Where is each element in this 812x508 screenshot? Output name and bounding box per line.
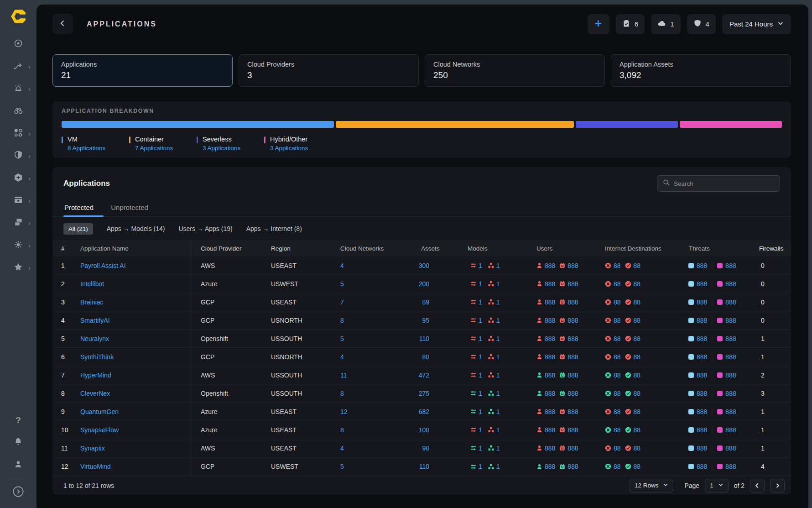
internet-blocked-pair[interactable]: 88 bbox=[605, 463, 621, 470]
models-flows-count[interactable]: 1 bbox=[479, 463, 482, 470]
legend-count-link[interactable]: 3 Applications bbox=[270, 145, 308, 152]
threats-secondary-count[interactable]: 888 bbox=[725, 317, 736, 324]
users-people-pair[interactable]: 888 bbox=[536, 317, 555, 324]
search-input[interactable] bbox=[674, 180, 774, 187]
models-flows-count[interactable]: 1 bbox=[479, 426, 482, 434]
models-flows-pair[interactable]: 1 bbox=[470, 426, 482, 434]
threats-primary-count[interactable]: 888 bbox=[697, 335, 707, 342]
internet-allowed-count[interactable]: 88 bbox=[634, 445, 641, 452]
internet-blocked-count[interactable]: 88 bbox=[614, 372, 621, 379]
internet-blocked-count[interactable]: 88 bbox=[614, 280, 621, 288]
threats-secondary-pair[interactable]: 888 bbox=[717, 408, 736, 415]
users-people-pair[interactable]: 888 bbox=[536, 372, 555, 379]
threats-secondary-count[interactable]: 888 bbox=[725, 426, 736, 434]
internet-blocked-count[interactable]: 88 bbox=[614, 408, 621, 415]
cloud-networks-link[interactable]: 5 bbox=[340, 280, 344, 288]
internet-blocked-pair[interactable]: 88 bbox=[605, 299, 621, 306]
table-row[interactable]: 5 Neuralynx Openshift USSOUTH 5 110 1 1 … bbox=[52, 330, 791, 348]
table-row[interactable]: 1 Payroll Assist AI AWS USEAST 4 300 1 1… bbox=[52, 257, 791, 275]
users-people-pair[interactable]: 888 bbox=[536, 299, 555, 306]
users-people-pair[interactable]: 888 bbox=[536, 445, 555, 452]
app-name-link[interactable]: VirtuoMind bbox=[80, 463, 111, 470]
models-flows-pair[interactable]: 1 bbox=[470, 463, 482, 470]
filter-apps-models-14-[interactable]: Apps → Models (14) bbox=[107, 223, 165, 235]
threats-primary-pair[interactable]: 888 bbox=[688, 262, 707, 269]
internet-blocked-pair[interactable]: 88 bbox=[605, 262, 621, 269]
models-cluster-count[interactable]: 1 bbox=[496, 299, 500, 306]
table-row[interactable]: 2 Intellibot Azure USWEST 5 200 1 1 888 … bbox=[52, 275, 791, 293]
tab-protected[interactable]: Protected bbox=[63, 200, 104, 216]
threats-primary-pair[interactable]: 888 bbox=[688, 426, 707, 434]
users-agents-count[interactable]: 888 bbox=[567, 299, 578, 306]
users-agents-pair[interactable]: 888 bbox=[559, 463, 578, 470]
internet-allowed-count[interactable]: 88 bbox=[634, 317, 641, 324]
models-flows-count[interactable]: 1 bbox=[479, 372, 482, 379]
users-agents-pair[interactable]: 888 bbox=[559, 262, 578, 269]
models-cluster-pair[interactable]: 1 bbox=[488, 390, 500, 397]
sidebar-item-route[interactable]: › bbox=[0, 55, 36, 78]
threats-secondary-pair[interactable]: 888 bbox=[717, 445, 736, 452]
threats-primary-count[interactable]: 888 bbox=[697, 317, 707, 324]
models-cluster-pair[interactable]: 1 bbox=[488, 445, 500, 452]
users-people-count[interactable]: 888 bbox=[545, 353, 555, 361]
internet-allowed-pair[interactable]: 88 bbox=[625, 353, 641, 361]
internet-blocked-count[interactable]: 88 bbox=[614, 463, 621, 470]
table-row[interactable]: 12 VirtuoMind GCP USWEST 5 110 1 1 888 8… bbox=[52, 457, 791, 476]
internet-allowed-pair[interactable]: 88 bbox=[625, 408, 641, 415]
threats-secondary-pair[interactable]: 888 bbox=[717, 353, 736, 361]
models-cluster-count[interactable]: 1 bbox=[496, 317, 500, 324]
tab-unprotected[interactable]: Unprotected bbox=[110, 200, 158, 216]
assets-link[interactable]: 89 bbox=[422, 299, 429, 306]
table-row[interactable]: 6 SynthiThink GCP USNORTH 4 80 1 1 888 8… bbox=[52, 348, 791, 366]
threats-primary-count[interactable]: 888 bbox=[697, 463, 707, 470]
models-flows-count[interactable]: 1 bbox=[479, 353, 482, 361]
internet-allowed-pair[interactable]: 88 bbox=[625, 335, 641, 342]
threats-secondary-count[interactable]: 888 bbox=[725, 408, 736, 415]
threats-primary-pair[interactable]: 888 bbox=[688, 353, 707, 361]
internet-allowed-count[interactable]: 88 bbox=[634, 353, 641, 361]
internet-allowed-pair[interactable]: 88 bbox=[625, 463, 641, 470]
internet-allowed-pair[interactable]: 88 bbox=[625, 390, 641, 397]
threats-primary-count[interactable]: 888 bbox=[697, 353, 707, 361]
app-name-link[interactable]: Payroll Assist AI bbox=[80, 262, 126, 269]
users-agents-count[interactable]: 888 bbox=[567, 390, 578, 397]
legend-count-link[interactable]: 3 Applications bbox=[203, 145, 240, 152]
threats-primary-pair[interactable]: 888 bbox=[688, 299, 707, 306]
time-range-dropdown[interactable]: Past 24 Hours bbox=[722, 14, 791, 34]
internet-blocked-pair[interactable]: 88 bbox=[605, 353, 621, 361]
app-name-link[interactable]: Brainiac bbox=[80, 299, 104, 306]
threats-secondary-pair[interactable]: 888 bbox=[717, 335, 736, 342]
users-people-count[interactable]: 888 bbox=[545, 299, 555, 306]
sidebar-item-help[interactable]: ? bbox=[0, 409, 36, 431]
users-people-count[interactable]: 888 bbox=[545, 390, 555, 397]
table-row[interactable]: 7 HyperMind AWS USSOUTH 11 472 1 1 888 8… bbox=[52, 366, 791, 384]
brand-logo[interactable] bbox=[0, 0, 36, 33]
users-people-count[interactable]: 888 bbox=[545, 445, 555, 452]
next-page-button[interactable] bbox=[770, 479, 785, 492]
sidebar-item-discover[interactable] bbox=[0, 100, 36, 122]
legend-count-link[interactable]: 7 Applications bbox=[135, 145, 173, 152]
internet-allowed-pair[interactable]: 88 bbox=[625, 426, 641, 434]
cloud-networks-link[interactable]: 8 bbox=[340, 317, 344, 324]
users-agents-pair[interactable]: 888 bbox=[559, 353, 578, 361]
assets-link[interactable]: 300 bbox=[419, 262, 429, 269]
models-cluster-pair[interactable]: 1 bbox=[488, 280, 500, 288]
internet-blocked-count[interactable]: 88 bbox=[614, 353, 621, 361]
threats-primary-count[interactable]: 888 bbox=[697, 299, 707, 306]
app-name-link[interactable]: Neuralynx bbox=[80, 335, 109, 342]
back-button[interactable] bbox=[52, 14, 73, 34]
internet-allowed-count[interactable]: 88 bbox=[634, 262, 641, 269]
models-cluster-pair[interactable]: 1 bbox=[488, 262, 500, 269]
app-name-link[interactable]: SmartifyAI bbox=[80, 317, 110, 324]
sidebar-item-radar[interactable] bbox=[0, 33, 36, 55]
internet-blocked-pair[interactable]: 88 bbox=[605, 317, 621, 324]
threats-secondary-pair[interactable]: 888 bbox=[717, 426, 736, 434]
breakdown-segment-container[interactable] bbox=[336, 121, 574, 128]
users-people-count[interactable]: 888 bbox=[545, 262, 555, 269]
assets-link[interactable]: 110 bbox=[419, 335, 429, 342]
users-agents-pair[interactable]: 888 bbox=[559, 445, 578, 452]
internet-blocked-pair[interactable]: 88 bbox=[605, 408, 621, 415]
models-cluster-pair[interactable]: 1 bbox=[488, 335, 500, 342]
sidebar-item-inventory[interactable]: › bbox=[0, 122, 36, 145]
app-name-link[interactable]: HyperMind bbox=[80, 372, 111, 379]
